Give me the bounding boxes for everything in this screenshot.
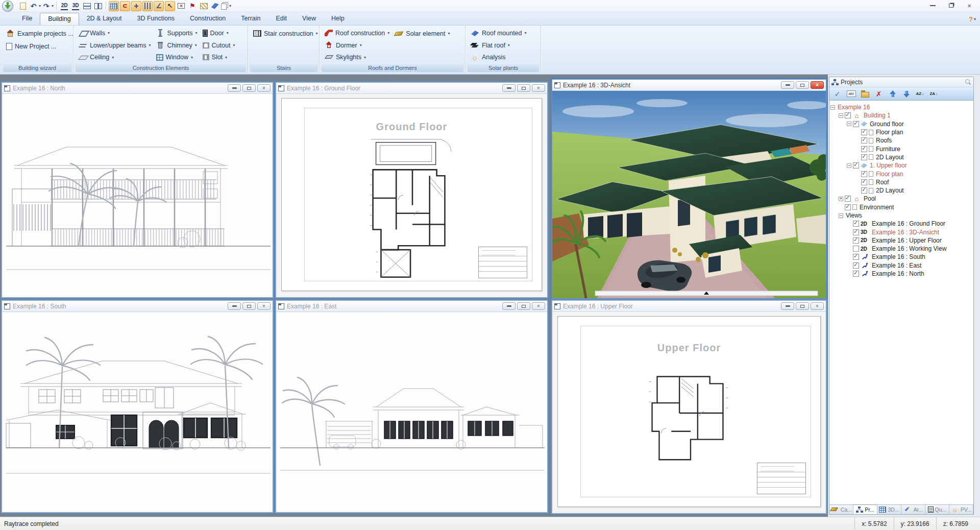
crosshair-button[interactable]	[131, 1, 141, 11]
tree-expander-icon[interactable]: −	[847, 122, 851, 126]
tree-item-example-16-ground-floor[interactable]: 2DExample 16 : Ground Floor	[829, 220, 973, 228]
tree-item-example-16-upper-floor[interactable]: 2DExample 16 : Upper Floor	[829, 236, 973, 245]
maximize-button[interactable]	[796, 81, 809, 89]
render-view-3d[interactable]	[552, 91, 826, 298]
maximize-button[interactable]	[517, 84, 530, 92]
maximize-button[interactable]	[242, 302, 256, 310]
tree-checkbox[interactable]	[845, 112, 851, 118]
sort-ascending-button[interactable]: AZ	[914, 88, 926, 99]
ribbon-button-example-projects[interactable]: Example projects ...	[5, 27, 75, 40]
grid-button[interactable]	[109, 1, 119, 11]
tree-item-roofs[interactable]: Roofs	[829, 136, 973, 144]
tree-expander-icon[interactable]: −	[839, 213, 843, 218]
tree-checkbox[interactable]	[861, 137, 867, 143]
chevron-down-icon[interactable]: ▾	[39, 4, 41, 8]
tab-construction[interactable]: Construction	[182, 13, 233, 25]
tree-checkbox[interactable]	[853, 262, 859, 269]
ribbon-button-walls[interactable]: Walls▾	[77, 27, 153, 39]
tree-checkbox[interactable]	[853, 237, 859, 244]
app-logo-button[interactable]	[2, 1, 13, 11]
roof-plane-button[interactable]	[210, 1, 220, 11]
tree-item-ground-floor[interactable]: −Ground floor	[829, 120, 973, 128]
undo-button[interactable]: ▾	[29, 1, 41, 11]
maximize-button[interactable]	[517, 302, 530, 310]
tab-building[interactable]: Building	[40, 13, 79, 25]
close-button[interactable]: ×	[257, 302, 271, 310]
window-titlebar[interactable]: Example 16 : South ×	[2, 301, 273, 312]
panel-tab-qu[interactable]: Qu...	[925, 505, 949, 514]
minimize-button[interactable]	[502, 84, 516, 92]
tree-item-1-upper-floor[interactable]: −1. Upper floor	[829, 161, 973, 170]
new-page-button[interactable]	[18, 1, 28, 11]
chevron-down-icon[interactable]: ▾	[316, 31, 318, 36]
tree-item-floor-plan[interactable]: Floor plan	[829, 170, 973, 178]
help-button[interactable]: ?▾	[969, 15, 976, 23]
chevron-down-icon[interactable]: ▾	[108, 31, 110, 35]
chevron-down-icon[interactable]: ▾	[112, 55, 114, 60]
chevron-down-icon[interactable]: ▾	[360, 43, 362, 47]
close-button[interactable]: ×	[811, 302, 824, 310]
app-restore-button[interactable]	[943, 1, 959, 10]
tree-checkbox[interactable]	[853, 229, 859, 235]
move-up-button[interactable]	[886, 88, 899, 99]
tree-expander-icon[interactable]: −	[847, 163, 851, 168]
tab-file[interactable]: File	[14, 13, 40, 25]
ribbon-button-solar-element[interactable]: Solar element▾	[393, 27, 451, 40]
ribbon-button-chimney[interactable]: Chimney▾	[155, 39, 199, 52]
tree-item-environment[interactable]: Environment	[829, 203, 973, 211]
chevron-down-icon[interactable]: ▾	[225, 55, 227, 60]
ribbon-button-new-project[interactable]: New Project ...	[5, 40, 75, 53]
chevron-down-icon[interactable]: ▾	[191, 55, 193, 60]
elevation-view-east[interactable]	[276, 312, 547, 512]
tree-checkbox[interactable]	[861, 187, 867, 194]
ribbon-button-window[interactable]: Window▾	[155, 51, 199, 63]
close-button[interactable]: ×	[532, 302, 545, 310]
angle-measure-button[interactable]	[154, 1, 164, 11]
tab-edit[interactable]: Edit	[268, 13, 295, 25]
ribbon-button-stair-construction[interactable]: Stair construction▾	[252, 27, 320, 40]
tree-item-example-16-working-view[interactable]: 2DExample 16 : Working View	[829, 245, 973, 253]
tree-checkbox[interactable]	[853, 221, 859, 227]
search-icon[interactable]	[965, 79, 971, 85]
tree-checkbox[interactable]	[853, 254, 859, 260]
ribbon-button-skylights[interactable]: Skylights▾	[323, 51, 391, 63]
view-2d-button[interactable]: 2D	[59, 1, 69, 11]
delete-button[interactable]	[872, 88, 885, 99]
tree-item-2d-layout[interactable]: 2D Layout	[829, 186, 973, 195]
tree-expander-icon[interactable]: −	[830, 105, 835, 110]
elevation-view-south[interactable]	[2, 312, 273, 512]
app-close-button[interactable]: ×	[962, 1, 977, 10]
chevron-down-icon[interactable]: ▾	[227, 31, 229, 35]
tab-2d-layout[interactable]: 2D & Layout	[79, 13, 130, 25]
tree-expander-icon[interactable]: −	[839, 113, 843, 118]
tree-checkbox[interactable]	[861, 179, 867, 185]
tree-item-roof[interactable]: Roof	[829, 178, 973, 186]
chevron-down-icon[interactable]: ▾	[233, 43, 235, 47]
sort-descending-button[interactable]: ZA	[927, 88, 940, 99]
window-titlebar[interactable]: Example 16 : 3D-Ansicht ×	[552, 80, 826, 91]
confirm-check-button[interactable]	[831, 88, 844, 99]
panel-tab-ar[interactable]: Ar...	[901, 505, 925, 514]
plan-view-upper-floor[interactable]: Upper Floor	[552, 312, 826, 513]
tree-expander-icon[interactable]: +	[839, 197, 843, 201]
tab-3d-functions[interactable]: 3D Functions	[129, 13, 182, 25]
plan-view-ground-floor[interactable]: Ground Floor	[276, 94, 547, 297]
roof-flag-button[interactable]	[187, 1, 198, 11]
chevron-down-icon[interactable]: ▾	[525, 31, 527, 35]
close-button[interactable]: ×	[257, 84, 271, 92]
ribbon-button-lower-upper-beams[interactable]: Lower/upper beams▾	[77, 39, 153, 52]
ribbon-button-slot[interactable]: Slot▾	[201, 51, 237, 63]
select-pointer-button[interactable]	[165, 1, 175, 11]
panel-tab-pr[interactable]: Pr...	[853, 504, 877, 514]
tree-item-example-16-3d-ansicht[interactable]: 3DExample 16 : 3D-Ansicht	[829, 228, 973, 236]
panel-tab-ca[interactable]: Ca...	[829, 505, 853, 514]
ribbon-button-flat-roof[interactable]: Flat roof▾	[469, 39, 528, 52]
projects-panel-header[interactable]: Projects	[829, 77, 973, 87]
chevron-down-icon[interactable]: ▾	[364, 55, 366, 60]
close-window-button[interactable]	[176, 1, 186, 11]
chevron-down-icon[interactable]: ▾	[52, 4, 54, 8]
tab-view[interactable]: View	[295, 13, 324, 25]
ribbon-button-roof-construction[interactable]: Roof construction▾	[323, 27, 391, 39]
tree-item-views[interactable]: −Views	[829, 211, 973, 220]
hatch-area-button[interactable]	[199, 1, 209, 11]
